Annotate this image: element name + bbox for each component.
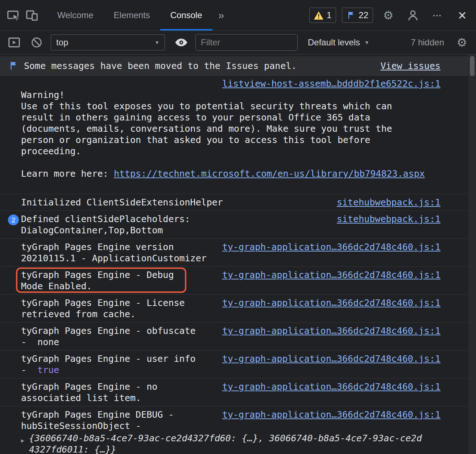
settings-button[interactable]: ⚙ [379, 6, 398, 25]
tab-console[interactable]: Console [160, 0, 212, 30]
object-preview[interactable]: {36066740-b8a5-4ce7-93ac-ce2d4327fd60: {… [29, 433, 422, 454]
inspect-cursor-icon [6, 8, 20, 22]
panel-tabs: Welcome Elements Console » [47, 0, 230, 30]
warning-count: 1 [327, 10, 331, 20]
log-levels-dropdown[interactable]: Default levels ▼ [308, 37, 369, 48]
boolean-value: true [37, 365, 59, 375]
clear-circle-slash-icon [30, 36, 43, 49]
tab-console-label: Console [170, 10, 202, 20]
console-message: ty-graph-application…366dc2d748c460.js:1… [0, 295, 476, 323]
repeat-count-badge: 2 [8, 214, 19, 225]
devtools-window: Welcome Elements Console » 1 [0, 0, 476, 454]
clear-console-button[interactable] [28, 34, 45, 51]
live-expression-button[interactable] [173, 34, 190, 51]
chevron-down-icon: ▼ [154, 40, 160, 45]
more-tabs-button[interactable]: » [212, 0, 230, 30]
profile-button[interactable] [403, 6, 422, 25]
gear-icon: ⚙ [383, 9, 394, 21]
console-settings-button[interactable]: ⚙ [454, 34, 470, 51]
console-sidebar-toggle-button[interactable] [6, 34, 22, 51]
gear-icon: ⚙ [457, 37, 467, 48]
sidebar-panel-icon [7, 36, 21, 49]
hidden-messages-count: 7 hidden [411, 37, 444, 48]
javascript-context-selector[interactable]: top ▼ [51, 34, 165, 50]
close-icon: × [458, 8, 466, 23]
console-message: ty-graph-application…366dc2d748c460.js:1… [0, 351, 476, 379]
source-link[interactable]: ty-graph-application…366dc2d748c460.js:1 [222, 241, 440, 253]
issues-badge[interactable]: 22 [342, 8, 373, 23]
infobar-message: Some messages have been moved to the Iss… [24, 61, 297, 71]
eye-icon [175, 38, 188, 47]
flag-icon [9, 61, 18, 70]
learn-more-link[interactable]: https://technet.microsoft.com/en-us/libr… [114, 168, 425, 179]
console-message: ty-graph-application…366dc2d748c460.js:1… [0, 239, 476, 267]
source-link[interactable]: sitehubwebpack.js:1 [337, 197, 440, 208]
message-text: Warning! Use of this tool exposes you to… [21, 78, 440, 179]
more-icon: ••• [433, 13, 442, 18]
chevron-double-icon: » [218, 9, 224, 21]
source-link[interactable]: ty-graph-application…366dc2d748c460.js:1 [222, 325, 440, 336]
tabbar-right-controls: 1 22 ⚙ ••• × [309, 6, 472, 25]
inspect-element-button[interactable] [4, 6, 22, 25]
tab-welcome-label: Welcome [57, 10, 94, 20]
console-message: ty-graph-application…366dc2d748c460.js:1… [0, 379, 476, 406]
source-link[interactable]: sitehubwebpack.js:1 [337, 213, 440, 225]
scrollbar-thumb[interactable] [470, 56, 475, 76]
console-filter-input[interactable] [195, 34, 298, 51]
console-message: 2 sitehubwebpack.js:1 Defined clientSide… [0, 211, 476, 239]
source-link[interactable]: listview-host-assemb…bdddb2f1e6522c.js:1 [222, 78, 440, 89]
console-message-debug-mode: ty-graph-application…366dc2d748c460.js:1… [0, 267, 476, 295]
console-toolbar: top ▼ Default levels ▼ 7 hidden ⚙ [0, 31, 476, 54]
console-message: ty-graph-application…366dc2d748c460.js:1… [0, 323, 476, 351]
object-preview-row: ▶ {36066740-b8a5-4ce7-93ac-ce2d4327fd60:… [21, 433, 440, 454]
flag-icon [347, 11, 355, 20]
tab-welcome[interactable]: Welcome [47, 0, 104, 30]
vertical-scrollbar[interactable] [468, 54, 476, 454]
console-message: sitehubwebpack.js:1 Initialized ClientSi… [0, 194, 476, 211]
issues-infobar: Some messages have been moved to the Iss… [0, 56, 476, 75]
tab-elements-label: Elements [114, 10, 150, 20]
view-issues-link[interactable]: View issues [380, 61, 440, 71]
person-icon [406, 9, 419, 22]
devtools-tabbar: Welcome Elements Console » 1 [0, 0, 476, 31]
warnings-badge[interactable]: 1 [309, 8, 336, 23]
log-levels-label: Default levels [308, 37, 360, 48]
console-messages-pane: Some messages have been moved to the Iss… [0, 54, 476, 454]
issues-count: 22 [359, 10, 368, 20]
close-devtools-button[interactable]: × [453, 6, 472, 25]
source-link[interactable]: ty-graph-application…366dc2d748c460.js:1 [222, 297, 440, 308]
device-toolbar-button[interactable] [22, 6, 41, 25]
console-message-object: ty-graph-application…366dc2d748c460.js:1… [0, 406, 476, 454]
warning-triangle-icon [314, 11, 323, 20]
source-link[interactable]: ty-graph-application…366dc2d748c460.js:1 [222, 381, 440, 392]
more-options-button[interactable]: ••• [428, 6, 447, 25]
source-link[interactable]: ty-graph-application…366dc2d748c460.js:1 [222, 353, 440, 364]
source-link[interactable]: ty-graph-application…366dc2d748c460.js:1 [222, 409, 440, 420]
chevron-down-icon: ▼ [364, 40, 369, 45]
source-link[interactable]: ty-graph-application…366dc2d748c460.js:1 [222, 269, 440, 281]
device-toolbar-icon [25, 8, 39, 22]
tab-elements[interactable]: Elements [104, 0, 160, 30]
console-message-warning: listview-host-assemb…bdddb2f1e6522c.js:1… [0, 75, 476, 194]
expand-arrow-icon[interactable]: ▶ [21, 433, 29, 454]
context-selector-value: top [56, 37, 68, 48]
